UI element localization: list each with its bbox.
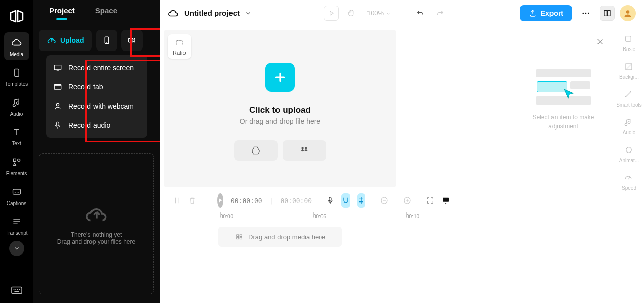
zoom-in-button[interactable] (403, 193, 412, 208)
upload-from-phone-button[interactable] (96, 30, 117, 51)
export-label: Export (541, 9, 563, 17)
divider (403, 8, 403, 19)
monitor-icon (53, 63, 62, 72)
inspector-basic[interactable]: Basic (623, 34, 635, 52)
rail-templates[interactable]: Templates (4, 62, 29, 90)
inspector-audio[interactable]: Audio (623, 118, 636, 135)
svg-rect-28 (237, 235, 239, 237)
svg-rect-4 (11, 287, 21, 294)
svg-rect-9 (14, 291, 19, 292)
upload-button[interactable]: Upload (39, 30, 92, 51)
project-title[interactable]: Untitled project (184, 9, 240, 17)
tab-project[interactable]: Project (49, 6, 75, 19)
inspector-background[interactable]: Backgr... (619, 62, 639, 80)
chevron-down-icon[interactable] (245, 10, 252, 17)
close-icon[interactable] (595, 37, 605, 46)
rail-label: Elements (6, 171, 27, 176)
record-with-webcam[interactable]: Record with webcam (46, 96, 147, 116)
timeline-ruler[interactable]: 00:00 00:05 00:10 (218, 211, 388, 224)
upload-subline: Or drag and drop file here (240, 117, 320, 125)
svg-rect-32 (626, 36, 631, 42)
inspector-smart-tools[interactable]: Smart tools (616, 90, 642, 108)
music-icon (11, 97, 22, 108)
preview-canvas[interactable]: Ratio Click to upload Or drag and drop f… (164, 30, 396, 187)
svg-rect-27 (443, 198, 449, 202)
rail-text[interactable]: Text (4, 122, 29, 149)
inspector-placeholder-text: Select an item to make adjustment (513, 113, 614, 131)
app-logo[interactable] (6, 5, 28, 27)
rail-audio[interactable]: Audio (4, 92, 29, 120)
record-menu: Record entire screen Record tab Record w… (46, 55, 147, 138)
upload-headline: Click to upload (240, 105, 320, 115)
rail-captions[interactable]: Captions (4, 181, 29, 209)
zoom-out-button[interactable] (380, 193, 389, 208)
timeline-track-dropzone[interactable]: Drag and drop media here (218, 227, 342, 247)
svg-point-2 (17, 159, 20, 161)
rail-label: Transcript (5, 230, 27, 236)
preview-mode-button[interactable] (441, 193, 450, 208)
play-button[interactable] (217, 193, 223, 208)
svg-point-15 (56, 103, 59, 106)
rail-media[interactable]: Media (4, 32, 29, 60)
media-grid-icon (235, 233, 243, 240)
svg-rect-1 (13, 159, 16, 161)
zoom-level[interactable]: 100% (367, 9, 391, 17)
inspector-rail: Basic Backgr... Smart tools Audio Animat… (614, 26, 644, 303)
keyboard-shortcuts-button[interactable] (9, 283, 24, 298)
rail-expand-button[interactable] (9, 241, 24, 256)
text-icon (11, 127, 22, 138)
cloud-upload-icon (47, 36, 56, 45)
record-button[interactable] (121, 30, 143, 51)
empty-line2: Drag and drop your files here (57, 238, 135, 245)
auto-snap-button[interactable] (357, 193, 365, 208)
menu-label: Record tab (68, 83, 103, 91)
cloud-sync-icon[interactable] (168, 8, 179, 19)
captions-icon (11, 186, 22, 197)
ratio-label: Ratio (173, 49, 186, 56)
ratio-button[interactable]: Ratio (168, 34, 191, 59)
play-preview-button[interactable] (324, 6, 339, 21)
browser-tab-icon (53, 82, 62, 91)
svg-rect-14 (54, 85, 61, 90)
record-audio[interactable]: Record audio (46, 116, 147, 135)
cloud-icon (11, 37, 22, 48)
record-tab[interactable]: Record tab (46, 77, 147, 96)
main-area: Untitled project 100% Export (160, 0, 644, 303)
redo-button[interactable] (433, 6, 448, 21)
phone-icon (102, 36, 111, 45)
fit-button[interactable] (426, 193, 434, 208)
rail-transcript[interactable]: Transcript (4, 211, 29, 239)
rail-elements[interactable]: Elements (4, 152, 29, 179)
camera-record-icon (127, 36, 137, 45)
inspector-animation[interactable]: Animat... (619, 145, 639, 163)
record-entire-screen[interactable]: Record entire screen (46, 58, 147, 77)
timeline-cursor-button[interactable] (173, 193, 181, 208)
empty-media-dropzone[interactable]: There's nothing yet Drag and drop your f… (39, 153, 154, 294)
more-menu-button[interactable] (577, 5, 594, 22)
inspector-speed[interactable]: Speed (622, 173, 636, 191)
tab-space[interactable]: Space (95, 6, 117, 19)
export-button[interactable]: Export (520, 5, 572, 21)
wand-icon (624, 90, 634, 100)
ruler-tick: 00:00 (220, 214, 233, 219)
user-avatar[interactable] (620, 5, 636, 21)
google-drive-button[interactable] (234, 140, 278, 161)
person-icon (53, 102, 62, 111)
hand-tool-button[interactable] (344, 6, 359, 21)
delete-button[interactable] (188, 193, 196, 208)
voiceover-button[interactable] (326, 193, 334, 208)
sliders-icon (624, 34, 634, 44)
layout-toggle-button[interactable] (600, 6, 615, 21)
rail-label: Audio (10, 111, 23, 117)
undo-button[interactable] (412, 6, 428, 21)
gauge-icon (624, 173, 634, 183)
stage: Ratio Click to upload Or drag and drop f… (160, 26, 513, 303)
add-media-button[interactable] (265, 63, 295, 92)
svg-rect-20 (604, 10, 607, 16)
circle-icon (624, 145, 634, 156)
dropbox-button[interactable] (283, 140, 326, 161)
media-panel: Project Space Upload Record entire scree… (33, 0, 160, 303)
ruler-tick: 00:10 (406, 214, 419, 219)
magnetic-button[interactable] (341, 193, 350, 208)
transcript-icon (11, 216, 22, 227)
